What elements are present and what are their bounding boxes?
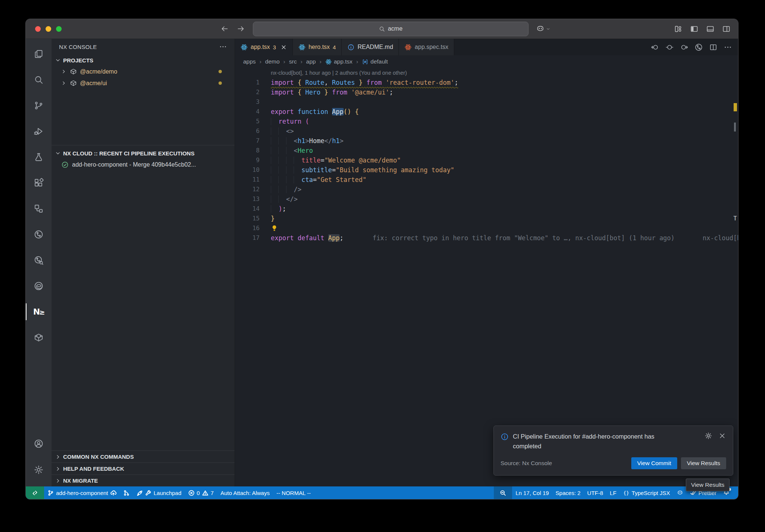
activity-source-control[interactable] xyxy=(26,93,52,118)
projects-section-header[interactable]: PROJECTS xyxy=(52,55,235,66)
status-label: LF xyxy=(610,490,617,496)
code-line[interactable]: 12 /> xyxy=(235,185,738,194)
launchpad-status[interactable]: Launchpad xyxy=(133,486,185,499)
encoding-status[interactable]: UTF-8 xyxy=(584,486,607,499)
activity-explorer[interactable] xyxy=(26,41,52,67)
activity-testing[interactable] xyxy=(26,144,52,170)
code-line[interactable]: 13 </> xyxy=(235,194,738,204)
chevron-right-icon xyxy=(61,68,67,75)
info-icon xyxy=(501,433,509,441)
line-number: 6 xyxy=(235,126,260,136)
activity-settings[interactable] xyxy=(26,457,52,483)
split-icon[interactable] xyxy=(709,43,718,52)
project-item[interactable]: @acme/demo xyxy=(52,66,235,77)
breadcrumb-label: src xyxy=(289,58,297,65)
activity-edge-browser[interactable] xyxy=(26,273,52,299)
maximize-window-button[interactable] xyxy=(56,26,62,32)
code-line[interactable]: 15} xyxy=(235,214,738,223)
activity-run-debug[interactable] xyxy=(26,118,52,144)
code-line[interactable]: nx-cloud[bot], 1 hour ago | 2 authors (Y… xyxy=(235,68,738,78)
breadcrumb-item-app[interactable]: app xyxy=(306,58,316,65)
code-line[interactable]: 11 cta="Get Started" xyxy=(235,175,738,185)
auto-attach-status[interactable]: Auto Attach: Always xyxy=(217,486,273,499)
minimize-window-button[interactable] xyxy=(46,26,51,32)
nav-back-icon[interactable] xyxy=(651,43,659,52)
tab-app.tsx[interactable]: app.tsx3 xyxy=(235,39,293,55)
ellipsis-icon[interactable] xyxy=(724,43,732,52)
activity-nx-console[interactable]: N≥ xyxy=(26,299,52,325)
breadcrumb-item-demo[interactable]: demo xyxy=(265,58,280,65)
tab-hero.tsx[interactable]: hero.tsx4 xyxy=(293,39,342,55)
toggle-secondary-sidebar-icon[interactable] xyxy=(722,25,731,33)
modified-dot xyxy=(219,81,222,85)
sidebar-section-nx-migrate[interactable]: NX MIGRATE xyxy=(52,474,235,486)
projects-section-label: PROJECTS xyxy=(63,57,93,64)
eol-status[interactable]: LF xyxy=(607,486,620,499)
git-graph-status[interactable] xyxy=(120,486,133,499)
tab-app.spec.tsx[interactable]: app.spec.tsx xyxy=(399,39,454,55)
history-forward-icon[interactable] xyxy=(236,24,245,33)
view-results-button[interactable]: View Results xyxy=(681,457,726,469)
problems-status[interactable]: 07 xyxy=(185,486,217,499)
toggle-panel-icon[interactable] xyxy=(706,25,715,33)
code-line[interactable]: 7 <h1>Home</h1> xyxy=(235,136,738,146)
code-line[interactable]: 1import { Route, Routes } from 'react-ro… xyxy=(235,78,738,87)
nx-cloud-section-header[interactable]: NX CLOUD :: RECENT CI PIPELINE EXECUTION… xyxy=(52,148,235,159)
indentation-status[interactable]: Spaces: 2 xyxy=(552,486,584,499)
nav-fwd-icon[interactable] xyxy=(680,43,688,52)
view-commit-button[interactable]: View Commit xyxy=(631,457,677,469)
breadcrumb-item-src[interactable]: src xyxy=(289,58,297,65)
view-results-tooltip: View Results xyxy=(686,479,730,491)
code-editor[interactable]: nx-cloud[b T nx-cloud[bot], 1 hour ago |… xyxy=(235,68,738,486)
close-window-button[interactable] xyxy=(35,26,41,32)
project-item[interactable]: @acme/ui xyxy=(52,77,235,89)
pipeline-execution-item[interactable]: add-hero-component - Merge 409b44e5cb02.… xyxy=(52,159,235,170)
breadcrumb-item-apps[interactable]: apps xyxy=(243,58,256,65)
activity-nx-graph[interactable] xyxy=(26,222,52,247)
branch-status[interactable]: add-hero-component xyxy=(44,486,120,499)
git-graph-icon xyxy=(123,490,130,496)
sidebar-section-common-nx-commands[interactable]: COMMON NX COMMANDS xyxy=(52,451,235,463)
activity-search[interactable] xyxy=(26,67,52,93)
code-line[interactable]: 3 xyxy=(235,97,738,107)
breadcrumb-item-app.tsx[interactable]: app.tsx xyxy=(325,58,353,65)
copilot-menu[interactable] xyxy=(536,25,551,33)
activity-accounts[interactable] xyxy=(26,430,52,457)
code-line[interactable]: 17export default App;fix: correct typo i… xyxy=(235,233,738,243)
customize-layout-icon[interactable] xyxy=(674,25,682,33)
activity-containers[interactable] xyxy=(26,325,52,350)
code-line[interactable]: 5 return ( xyxy=(235,117,738,126)
remote-icon xyxy=(32,490,38,496)
copilot-status[interactable] xyxy=(673,486,687,499)
activity-extensions[interactable] xyxy=(26,170,52,196)
code-line[interactable]: 10 subtitle="Build something amazing tod… xyxy=(235,165,738,175)
cursor-position-status[interactable]: Ln 17, Col 19 xyxy=(512,486,552,499)
toggle-sidebar-icon[interactable] xyxy=(690,25,699,33)
code-line[interactable]: 14 ); xyxy=(235,204,738,214)
history-back-icon[interactable] xyxy=(220,24,229,33)
nav-dot-icon[interactable] xyxy=(665,43,674,52)
code-line[interactable]: 8 <Hero xyxy=(235,146,738,155)
activity-nx-details[interactable] xyxy=(26,247,52,273)
zoom-status[interactable] xyxy=(494,486,512,499)
remote-indicator[interactable] xyxy=(26,486,44,499)
code-line[interactable]: 4export function App() { xyxy=(235,107,738,117)
titlebar: acme xyxy=(26,19,738,39)
more-actions-icon[interactable] xyxy=(219,43,227,51)
notification-settings-icon[interactable] xyxy=(704,432,712,440)
close-icon[interactable] xyxy=(281,44,287,50)
notification-close-icon[interactable] xyxy=(718,432,726,440)
tab-README.md[interactable]: README.md xyxy=(342,39,399,55)
sidebar-section-help-and-feedback[interactable]: HELP AND FEEDBACK xyxy=(52,463,235,474)
breadcrumb-item-default[interactable]: default xyxy=(362,58,388,65)
vim-mode-status[interactable]: -- NORMAL -- xyxy=(273,486,314,499)
code-line[interactable]: 2import { Hero } from '@acme/ui'; xyxy=(235,87,738,97)
lightbulb-icon[interactable] xyxy=(271,225,278,232)
language-status[interactable]: {}TypeScript JSX xyxy=(620,486,673,499)
command-center-search[interactable]: acme xyxy=(253,22,529,36)
code-line[interactable]: 16 xyxy=(235,223,738,233)
code-line[interactable]: 9 title="Welcome @acme/demo" xyxy=(235,155,738,165)
code-line[interactable]: 6 <> xyxy=(235,126,738,136)
activity-type-hierarchy[interactable] xyxy=(26,196,52,222)
nx-graph-icon[interactable] xyxy=(694,43,703,52)
